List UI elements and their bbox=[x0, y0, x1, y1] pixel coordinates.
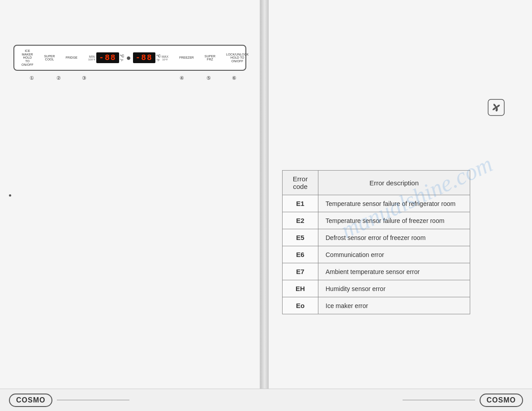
panel-super-frz: SUPER FRZ bbox=[205, 55, 215, 61]
table-row: EoIce maker error bbox=[283, 297, 470, 314]
logo-right-text: COSMO bbox=[487, 396, 516, 404]
col-header-code: Error code bbox=[283, 171, 318, 195]
table-row: E2Temperature sensor failure of freezer … bbox=[283, 212, 470, 229]
panel-super-cool: SUPER COOL bbox=[44, 55, 55, 61]
error-code-cell: E2 bbox=[283, 212, 318, 229]
num-item-5: ⑤ bbox=[196, 75, 222, 81]
logo-left-text: COSMO bbox=[16, 396, 45, 404]
error-code-cell: Eo bbox=[283, 297, 318, 314]
error-code-cell: E5 bbox=[283, 229, 318, 246]
footer-line-right bbox=[403, 400, 475, 400]
panel-numbers-row: ① ② ③ ④ ⑤ ⑥ bbox=[13, 75, 246, 81]
table-row: E1Temperature sensor failure of refriger… bbox=[283, 195, 470, 212]
panel-fridge: FRIDGE bbox=[66, 56, 77, 60]
error-desc-cell: Humidity sensor error bbox=[318, 280, 470, 297]
footer-logo-right: COSMO bbox=[480, 394, 523, 407]
error-desc-cell: Ice maker error bbox=[318, 297, 470, 314]
error-table-container: Error code Error description E1Temperatu… bbox=[282, 170, 519, 314]
error-desc-cell: Temperature sensor failure of freezer ro… bbox=[318, 212, 470, 229]
footer-line-left bbox=[57, 400, 129, 400]
fridge-label: FRIDGE bbox=[66, 56, 77, 60]
table-row: EHHumidity sensor error bbox=[283, 280, 470, 297]
celsius-label-2: °C bbox=[156, 54, 161, 58]
error-desc-cell: Ambient temperature sensor error bbox=[318, 263, 470, 280]
error-desc-cell: Communication error bbox=[318, 246, 470, 263]
fahrenheit-label-1: °F bbox=[120, 58, 124, 62]
lock-unlock-label: LOCK/UNLOCKHOLD TO ON/OFF bbox=[226, 53, 249, 63]
num-item-2: ② bbox=[46, 75, 72, 81]
table-row: E7Ambient temperature sensor error bbox=[283, 263, 470, 280]
error-code-cell: E6 bbox=[283, 246, 318, 263]
num-item-1: ① bbox=[18, 75, 46, 81]
super-cool-label: SUPER COOL bbox=[44, 55, 55, 61]
error-code-cell: E1 bbox=[283, 195, 318, 212]
num-item-4: ④ bbox=[168, 75, 196, 81]
error-code-cell: E7 bbox=[283, 263, 318, 280]
right-page: manualshine.com Error code Error descrip… bbox=[269, 0, 532, 389]
spine bbox=[261, 0, 269, 389]
error-desc-cell: Temperature sensor failure of refrigerat… bbox=[318, 195, 470, 212]
col-header-desc: Error description bbox=[318, 171, 470, 195]
max-label: MAX bbox=[162, 55, 168, 58]
panel-freezer: FREEZER bbox=[179, 56, 194, 60]
control-panel: ICE MAKER HOLD TO ON/OFF SUPER COOL FRID… bbox=[13, 45, 246, 71]
num-item-3: ③ bbox=[72, 75, 96, 81]
ice-maker-label: ICE MAKER HOLD TO ON/OFF bbox=[21, 49, 33, 66]
super-frz-label: SUPER FRZ bbox=[205, 55, 215, 61]
panel-ice-maker: ICE MAKER HOLD TO ON/OFF bbox=[21, 49, 33, 66]
footer-logo-left: COSMO bbox=[9, 394, 52, 407]
fan-icon bbox=[487, 98, 505, 116]
footer: COSMO COSMO bbox=[0, 389, 532, 411]
num-item-6: ⑥ bbox=[222, 75, 246, 81]
error-table: Error code Error description E1Temperatu… bbox=[282, 170, 470, 314]
celsius-label-1: °C bbox=[120, 54, 124, 58]
error-desc-cell: Defrost sensor error of freezer room bbox=[318, 229, 470, 246]
error-code-cell: EH bbox=[283, 280, 318, 297]
table-row: E5Defrost sensor error of freezer room bbox=[283, 229, 470, 246]
table-row: E6Communication error bbox=[283, 246, 470, 263]
display-left: -88 bbox=[96, 52, 119, 63]
left-page: ICE MAKER HOLD TO ON/OFF SUPER COOL FRID… bbox=[0, 0, 261, 389]
freezer-label: FREEZER bbox=[179, 56, 194, 60]
panel-lock-unlock: LOCK/UNLOCKHOLD TO ON/OFF bbox=[226, 53, 249, 63]
display-right: -88 bbox=[133, 52, 155, 63]
min-label: MIN bbox=[89, 55, 95, 58]
dot-marker bbox=[9, 194, 11, 197]
fahrenheit-label-2: °F bbox=[156, 58, 160, 62]
